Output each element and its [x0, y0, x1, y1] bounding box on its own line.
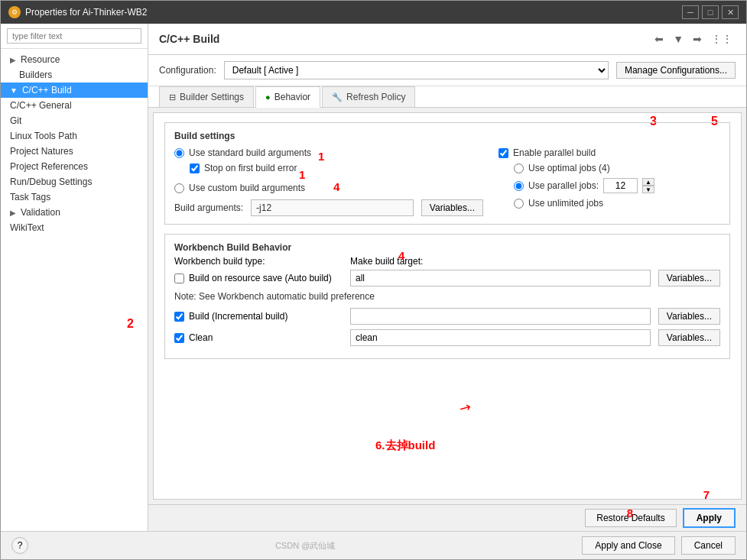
cancel-button[interactable]: Cancel	[681, 536, 736, 555]
main-window: ⚙ Properties for Ai-Thinker-WB2 ─ □ ✕ ▶ …	[0, 0, 747, 560]
right-panel: C/C++ Build ⬅ ▼ ➡ ⋮⋮ Configuration: Defa…	[148, 24, 746, 531]
clean-target[interactable]	[350, 329, 651, 346]
config-select[interactable]: Default [ Active ]	[224, 61, 609, 79]
stop-on-error-label[interactable]: Stop on first build error	[204, 163, 297, 173]
apply-button[interactable]: Apply	[683, 508, 736, 528]
sidebar-item-label: Task Tags	[10, 192, 50, 202]
enable-parallel-checkbox[interactable]	[499, 148, 508, 158]
window-icon: ⚙	[8, 6, 21, 18]
sidebar-item-label: C/C++ Build	[22, 85, 72, 95]
nav-button[interactable]: ➡	[690, 31, 705, 47]
parallel-jobs-input[interactable]	[603, 178, 638, 193]
sidebar-item-cpp-build[interactable]: ▼ C/C++ Build	[1, 83, 148, 98]
maximize-button[interactable]: □	[702, 5, 719, 19]
sidebar-item-resource[interactable]: ▶ Resource	[1, 52, 148, 67]
variables-button-4[interactable]: Variables...	[658, 329, 720, 346]
sidebar-item-validation[interactable]: ▶ Validation	[1, 205, 148, 220]
tab-label: Refresh Policy	[346, 92, 405, 102]
enable-parallel-label[interactable]: Enable parallel build	[513, 147, 596, 158]
tab-builder-settings[interactable]: ⊟ Builder Settings	[159, 86, 254, 108]
sidebar-item-label: Git	[10, 115, 21, 126]
sidebar-item-label: Run/Debug Settings	[10, 176, 92, 187]
apply-close-button[interactable]: Apply and Close	[582, 536, 674, 555]
stop-on-error-row: Stop on first build error	[174, 163, 483, 173]
sidebar-item-run-debug[interactable]: Run/Debug Settings	[1, 174, 148, 189]
use-parallel-label[interactable]: Use parallel jobs:	[528, 180, 599, 191]
build-on-save-target[interactable]	[350, 270, 651, 286]
config-row: Configuration: Default [ Active ] Manage…	[148, 55, 746, 86]
use-parallel-radio[interactable]	[514, 181, 524, 191]
restore-apply-row: 7 8 Restore Defaults Apply	[148, 504, 746, 531]
tab-refresh-policy[interactable]: 🔧 Refresh Policy	[322, 86, 415, 108]
stop-on-error-checkbox[interactable]	[190, 163, 200, 173]
use-unlimited-label[interactable]: Use unlimited jobs	[528, 198, 603, 209]
forward-button[interactable]: ▼	[670, 31, 687, 47]
minimize-button[interactable]: ─	[682, 5, 699, 19]
tab-label: Builder Settings	[180, 92, 244, 102]
panel-title: C/C++ Build	[159, 33, 219, 45]
variables-button-1[interactable]: Variables...	[421, 199, 483, 216]
sidebar-item-label: Linux Tools Path	[10, 131, 77, 141]
use-standard-label[interactable]: Use standard build arguments	[189, 147, 311, 158]
build-settings-section: Build settings 1 Use standard build argu…	[164, 122, 730, 225]
sidebar-item-cpp-general[interactable]: C/C++ General	[1, 98, 148, 113]
use-custom-label[interactable]: Use custom build arguments	[189, 183, 305, 193]
sidebar-item-label: Builders	[19, 70, 52, 80]
build-incremental-label[interactable]: Build (Incremental build)	[189, 311, 287, 322]
workbench-title: Workbench Build Behavior	[174, 242, 720, 253]
build-args-input[interactable]	[251, 199, 414, 216]
sidebar-item-label: Resource	[21, 54, 60, 65]
sidebar-item-label: C/C++ General	[10, 100, 72, 111]
use-optimal-label[interactable]: Use optimal jobs (4)	[528, 163, 610, 173]
sidebar-item-wikitext[interactable]: WikiText	[1, 220, 148, 235]
refresh-policy-icon: 🔧	[332, 92, 343, 102]
sidebar-item-project-references[interactable]: Project References	[1, 159, 148, 174]
workbench-section: Workbench Build Behavior Workbench build…	[164, 234, 730, 359]
build-args-label: Build arguments:	[174, 202, 243, 213]
clean-label[interactable]: Clean	[189, 332, 213, 343]
use-optimal-radio[interactable]	[514, 163, 524, 173]
use-standard-row: Use standard build arguments	[174, 147, 483, 158]
spin-down-button[interactable]: ▼	[642, 186, 654, 193]
sidebar-item-linux-tools[interactable]: Linux Tools Path	[1, 128, 148, 144]
build-incremental-checkbox[interactable]	[174, 312, 184, 322]
sidebar-item-label: WikiText	[10, 222, 44, 233]
sidebar-item-project-natures[interactable]: Project Natures	[1, 144, 148, 159]
arrow-6: ↗	[456, 398, 475, 419]
close-button[interactable]: ✕	[722, 5, 739, 19]
sidebar-item-task-tags[interactable]: Task Tags	[1, 189, 148, 205]
variables-button-2[interactable]: Variables...	[658, 270, 720, 286]
tab-behavior[interactable]: ● Behavior	[255, 86, 320, 108]
back-button[interactable]: ⬅	[651, 31, 667, 47]
menu-button[interactable]: ⋮⋮	[708, 31, 736, 47]
build-on-save-checkbox[interactable]	[174, 274, 184, 283]
variables-button-3[interactable]: Variables...	[658, 308, 720, 325]
panel-toolbar: ⬅ ▼ ➡ ⋮⋮	[651, 31, 736, 47]
use-unlimited-radio[interactable]	[514, 199, 524, 209]
enable-parallel-row: Enable parallel build	[499, 147, 720, 158]
clean-checkbox[interactable]	[174, 333, 184, 343]
build-settings-title: Build settings	[174, 131, 720, 141]
use-standard-radio[interactable]	[174, 148, 184, 158]
clean-row: Clean Variables...	[174, 329, 720, 346]
help-button[interactable]: ?	[11, 537, 28, 554]
build-on-save-row: Build on resource save (Auto build) Vari…	[174, 270, 720, 286]
sidebar-item-git[interactable]: Git	[1, 113, 148, 128]
use-custom-radio[interactable]	[174, 183, 184, 193]
expand-arrow: ▶	[10, 209, 16, 217]
title-bar: ⚙ Properties for Ai-Thinker-WB2 ─ □ ✕	[1, 1, 746, 24]
watermark: CSDN @武仙城	[275, 540, 335, 552]
tab-label: Behavior	[274, 92, 310, 102]
manage-configurations-button[interactable]: Manage Configurations...	[616, 62, 736, 79]
sidebar-item-label: Validation	[21, 207, 60, 218]
behavior-icon: ●	[265, 92, 271, 102]
window-title: Properties for Ai-Thinker-WB2	[25, 7, 147, 18]
filter-input[interactable]	[7, 28, 141, 44]
sidebar-tree: ▶ Resource Builders ▼ C/C++ Build C/C++ …	[1, 49, 148, 531]
workbench-build-type-label: Workbench build type:	[174, 256, 343, 267]
build-incremental-target[interactable]	[350, 308, 651, 325]
spin-up-button[interactable]: ▲	[642, 178, 654, 186]
build-on-save-label[interactable]: Build on resource save (Auto build)	[189, 273, 332, 283]
restore-defaults-button[interactable]: Restore Defaults	[585, 509, 676, 527]
sidebar-item-builders[interactable]: Builders	[1, 67, 148, 83]
